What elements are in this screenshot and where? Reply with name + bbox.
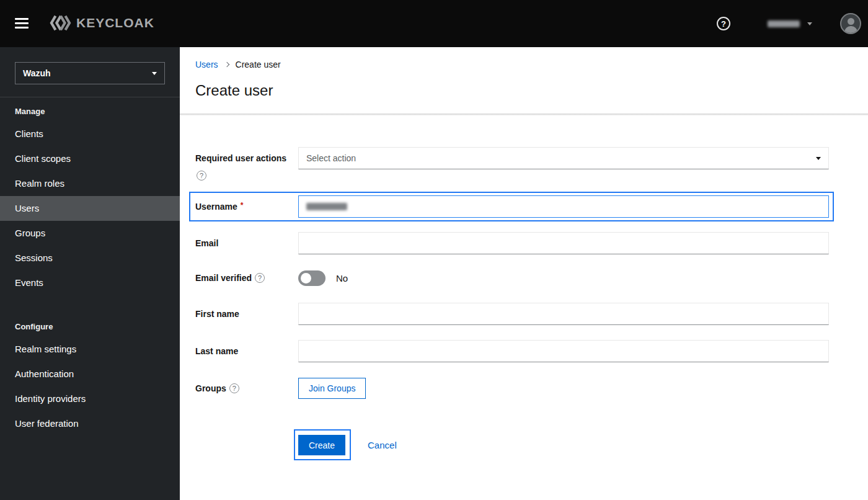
sidebar-item-clients[interactable]: Clients (0, 122, 180, 146)
hamburger-menu-icon[interactable] (15, 18, 30, 29)
first-name-row: First name (195, 303, 829, 325)
question-circle-icon[interactable] (197, 171, 206, 181)
sidebar-item-groups[interactable]: Groups (0, 221, 180, 246)
create-button[interactable]: Create (298, 435, 345, 455)
email-label-text: Email (195, 238, 218, 248)
sidebar-item-users[interactable]: Users (0, 196, 180, 221)
username-input[interactable] (298, 195, 829, 218)
breadcrumb: Users Create user (195, 60, 281, 69)
join-groups-button[interactable]: Join Groups (298, 378, 366, 399)
last-name-input[interactable] (298, 340, 829, 362)
avatar-body-shape (844, 26, 857, 34)
realm-name: Wazuh (23, 68, 51, 78)
toggle-state-label: No (336, 273, 348, 283)
breadcrumb-users-link[interactable]: Users (195, 60, 218, 69)
main-content: Users Create user Create user Required u… (180, 47, 868, 500)
avatar[interactable] (840, 13, 861, 34)
email-verified-label: Email verified (195, 267, 298, 289)
email-label: Email (195, 232, 298, 254)
required-asterisk: * (241, 201, 244, 210)
required-actions-label: Required user actions (195, 147, 298, 181)
avatar-head-shape (848, 18, 854, 25)
cancel-link[interactable]: Cancel (368, 440, 397, 450)
groups-label-text: Groups (195, 383, 226, 393)
username-row: Username * (195, 195, 829, 218)
sidebar-item-authentication[interactable]: Authentication (0, 362, 180, 386)
sidebar-item-identity-providers[interactable]: Identity providers (0, 386, 180, 411)
required-actions-row: Required user actions Select action (195, 147, 829, 181)
email-row: Email (195, 232, 829, 254)
groups-row: Groups Join Groups (195, 377, 829, 400)
email-verified-toggle[interactable] (298, 270, 326, 286)
breadcrumb-chevron-icon (224, 61, 229, 66)
first-name-label: First name (195, 303, 298, 325)
keycloak-logo[interactable]: KEYCLOAK (47, 14, 154, 32)
sidebar-item-realm-settings[interactable]: Realm settings (0, 337, 180, 362)
sidebar-item-events[interactable]: Events (0, 270, 180, 295)
required-actions-select[interactable]: Select action (298, 147, 829, 169)
toggle-knob (301, 273, 311, 283)
sidebar-item-sessions[interactable]: Sessions (0, 246, 180, 270)
sidebar-item-client-scopes[interactable]: Client scopes (0, 146, 180, 171)
sidebar-section-configure: Configure (0, 313, 180, 337)
sidebar-item-realm-roles[interactable]: Realm roles (0, 171, 180, 196)
last-name-label: Last name (195, 340, 298, 362)
form-actions: Create Cancel (298, 435, 397, 455)
user-menu[interactable] (768, 19, 812, 29)
sidebar: Wazuh Manage Clients Client scopes Realm… (0, 47, 180, 500)
section-divider (180, 114, 868, 115)
chevron-down-icon (807, 22, 812, 25)
sidebar-item-user-federation[interactable]: User federation (0, 411, 180, 436)
select-placeholder: Select action (306, 153, 356, 163)
topbar: KEYCLOAK ? (0, 0, 868, 47)
realm-selector[interactable]: Wazuh (15, 62, 165, 84)
username-value-redacted (306, 203, 347, 210)
app-root: KEYCLOAK ? Wazuh Manage Clients Client s… (0, 0, 868, 500)
groups-label: Groups (195, 377, 298, 400)
email-input[interactable] (298, 232, 829, 254)
breadcrumb-current: Create user (236, 60, 281, 69)
help-glyph: ? (721, 19, 726, 29)
page-title: Create user (195, 82, 273, 99)
first-name-label-text: First name (195, 309, 239, 319)
required-actions-label-text: Required user actions (195, 147, 286, 169)
first-name-input[interactable] (298, 303, 829, 325)
email-verified-row: Email verified No (195, 267, 829, 289)
last-name-label-text: Last name (195, 346, 238, 356)
username-label-text: Username (195, 202, 237, 212)
chevron-down-icon (152, 72, 157, 75)
keycloak-logo-icon (47, 14, 73, 32)
current-user-redacted (768, 20, 800, 27)
caret-down-icon (816, 157, 821, 160)
question-circle-icon[interactable] (229, 383, 239, 393)
username-label: Username * (195, 195, 298, 218)
email-verified-label-text: Email verified (195, 273, 252, 283)
question-circle-icon[interactable] (255, 273, 265, 283)
brand-text: KEYCLOAK (76, 16, 154, 30)
help-icon[interactable]: ? (717, 17, 730, 30)
last-name-row: Last name (195, 340, 829, 362)
sidebar-section-manage: Manage (0, 97, 180, 122)
realm-selector-wrap: Wazuh (0, 47, 180, 97)
